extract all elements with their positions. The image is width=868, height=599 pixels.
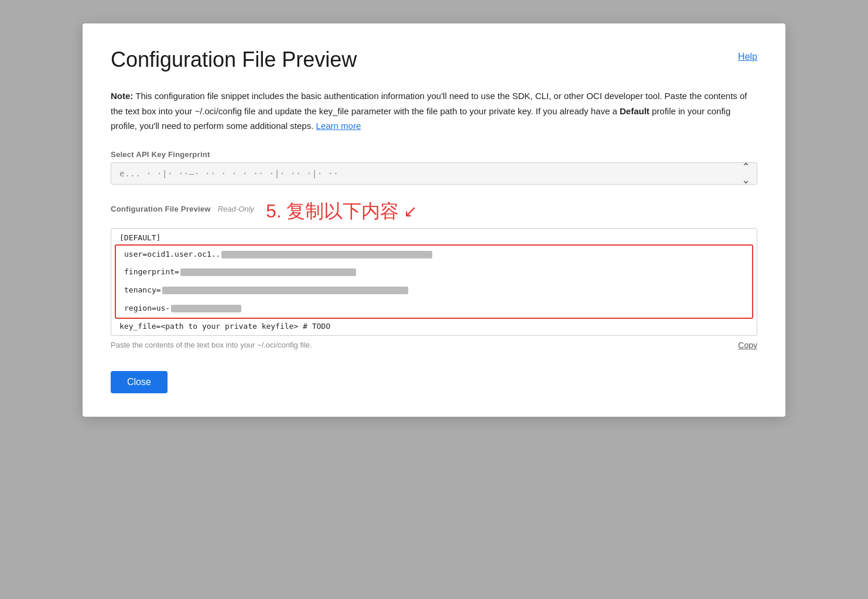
preview-label: Configuration File Preview <box>111 205 211 213</box>
fingerprint-select-wrapper: e... · ·|· ··—· ·· · · · ·· ·|· ·· ·|· ·… <box>111 162 757 185</box>
note-default-bold: Default <box>620 106 650 116</box>
fingerprint-select[interactable]: e... · ·|· ··—· ·· · · · ·· ·|· ·· ·|· ·… <box>111 162 757 185</box>
learn-more-link[interactable]: Learn more <box>316 121 361 131</box>
config-keyfile-line: key_file=<path to your private keyfile> … <box>111 319 757 335</box>
close-button[interactable]: Close <box>111 371 168 393</box>
user-value-blurred <box>221 251 432 258</box>
region-value-blurred <box>171 305 241 312</box>
api-key-fingerprint-label: Select API Key Fingerprint <box>111 150 757 159</box>
config-content: [DEFAULT] user=ocid1.user.oc1.. fingerpr… <box>111 229 757 335</box>
preview-annotation-row: Configuration File Preview Read-Only 5. … <box>111 199 757 224</box>
config-tenancy-line: tenancy= <box>116 281 752 300</box>
note-bold: Note: <box>111 91 133 101</box>
tenancy-value-blurred <box>162 287 408 294</box>
tenancy-key: tenancy= <box>124 285 161 294</box>
copy-button[interactable]: Copy <box>738 341 757 350</box>
paste-hint-text: Paste the contents of the text box into … <box>111 341 312 349</box>
preview-header: Configuration File Preview Read-Only <box>111 205 254 213</box>
paste-hint-row: Paste the contents of the text box into … <box>111 336 757 352</box>
modal-footer: Close <box>111 371 757 393</box>
fingerprint-value-blurred <box>180 268 356 276</box>
config-region-line: region=us- <box>116 300 752 318</box>
step-annotation: 5. 复制以下内容 <box>266 199 399 224</box>
config-fingerprint-line: fingerprint= <box>116 263 752 281</box>
modal-overlay: Configuration File Preview Help Note: Th… <box>0 0 868 599</box>
region-key: region=us- <box>124 304 170 312</box>
read-only-label: Read-Only <box>218 205 254 213</box>
fingerprint-key: fingerprint= <box>124 267 179 276</box>
modal-dialog: Configuration File Preview Help Note: Th… <box>83 23 785 417</box>
arrow-icon: ↙ <box>404 202 417 221</box>
config-default-line: [DEFAULT] <box>111 229 757 244</box>
highlighted-config-section: user=ocid1.user.oc1.. fingerprint= tenan… <box>115 244 753 319</box>
config-preview-box: [DEFAULT] user=ocid1.user.oc1.. fingerpr… <box>111 228 757 336</box>
help-link[interactable]: Help <box>738 52 757 62</box>
modal-header: Configuration File Preview Help <box>111 47 757 72</box>
user-key: user=ocid1.user.oc1.. <box>124 250 220 258</box>
note-section: Note: This configuration file snippet in… <box>111 89 757 134</box>
page-title: Configuration File Preview <box>111 47 357 72</box>
config-user-line: user=ocid1.user.oc1.. <box>116 246 752 264</box>
